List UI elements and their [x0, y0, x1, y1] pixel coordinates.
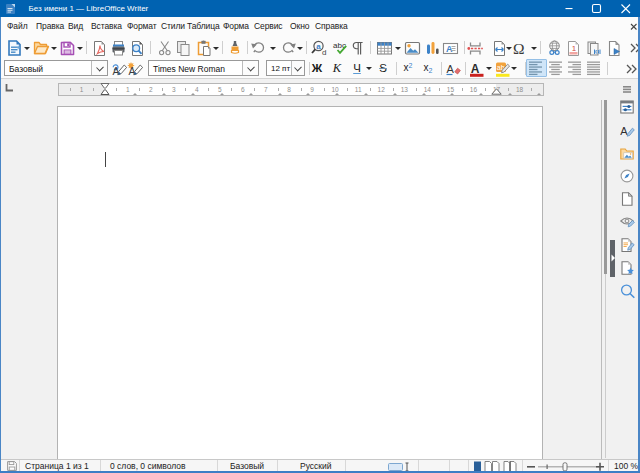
svg-text:Ω: Ω: [513, 40, 525, 57]
svg-text:А: А: [471, 62, 480, 76]
svg-text:A: A: [447, 63, 455, 75]
svg-text:A: A: [620, 125, 628, 137]
svg-text:d: d: [322, 48, 326, 57]
svg-text:1: 1: [572, 44, 577, 53]
svg-text:a: a: [316, 42, 321, 51]
